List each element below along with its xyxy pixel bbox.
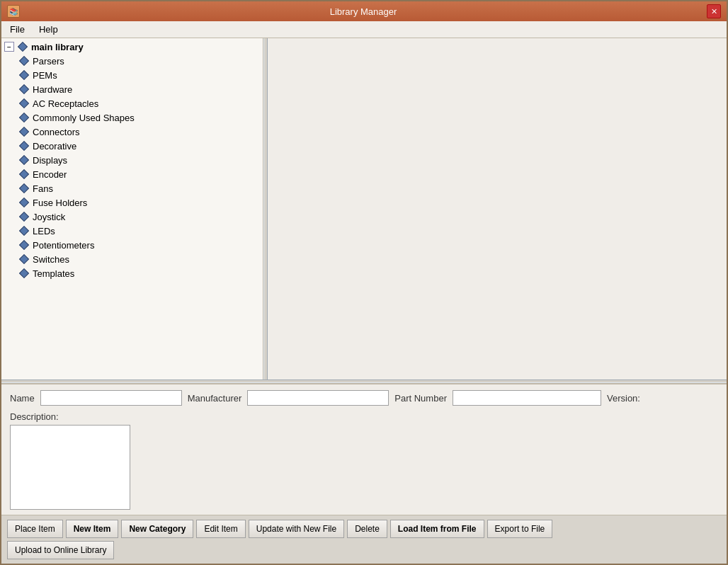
tree-view[interactable]: − main library Parsers PEMs <box>1 38 263 379</box>
child-node-icon <box>18 169 30 180</box>
new-category-button[interactable]: New Category <box>121 520 193 538</box>
bottom-section: Name Manufacturer Part Number Version: D… <box>1 383 727 515</box>
new-item-button[interactable]: New Item <box>66 520 119 538</box>
tree-item-label: Commonly Used Shapes <box>33 113 135 123</box>
child-node-icon <box>18 225 30 236</box>
description-label: Description: <box>10 411 59 422</box>
tree-item-label: Joystick <box>33 212 65 222</box>
child-node-icon <box>18 84 30 95</box>
list-item[interactable]: Parsers <box>1 54 263 68</box>
list-item[interactable]: Hardware <box>1 82 263 96</box>
version-label: Version: <box>607 393 640 404</box>
content-area: − main library Parsers PEMs <box>1 38 727 564</box>
child-node-icon <box>18 239 30 251</box>
tree-item-label: Templates <box>33 268 74 279</box>
tree-item-label: Decorative <box>33 141 76 152</box>
list-item[interactable]: Fuse Holders <box>1 195 263 210</box>
tree-item-label: LEDs <box>33 226 55 236</box>
child-node-icon <box>18 268 30 279</box>
tree-item-label: AC Receptacles <box>33 98 98 109</box>
delete-button[interactable]: Delete <box>347 520 387 538</box>
button-row-2: Upload to Online Library <box>7 541 721 559</box>
tree-item-label: Parsers <box>33 56 64 67</box>
tree-item-label: Displays <box>33 155 67 166</box>
title-bar: 📚 Library Manager ✕ <box>1 1 727 21</box>
list-item[interactable]: Switches <box>1 252 263 266</box>
tree-item-label: Fans <box>33 183 53 194</box>
expand-icon[interactable]: − <box>4 42 14 52</box>
upload-to-online-library-button[interactable]: Upload to Online Library <box>7 541 114 559</box>
description-row: Description: <box>10 410 718 422</box>
child-node-icon <box>18 154 30 166</box>
menu-help[interactable]: Help <box>33 23 64 36</box>
menu-bar: File Help <box>1 21 727 38</box>
partnum-label: Part Number <box>394 393 447 404</box>
list-item[interactable]: Templates <box>1 266 263 280</box>
list-item[interactable]: Commonly Used Shapes <box>1 110 263 125</box>
child-node-icon <box>18 98 30 109</box>
fields-row: Name Manufacturer Part Number Version: <box>10 390 718 406</box>
main-window: 📚 Library Manager ✕ File Help − main lib… <box>0 0 728 565</box>
manufacturer-input[interactable] <box>247 390 389 406</box>
tree-item-label: Switches <box>33 254 69 265</box>
manufacturer-label: Manufacturer <box>188 393 242 404</box>
menu-file[interactable]: File <box>4 23 30 36</box>
list-item[interactable]: PEMs <box>1 68 263 82</box>
list-item[interactable]: AC Receptacles <box>1 96 263 110</box>
list-item[interactable]: Joystick <box>1 210 263 224</box>
tree-item-label: Connectors <box>33 127 79 137</box>
tree-item-label: PEMs <box>33 70 57 81</box>
child-node-icon <box>18 69 30 81</box>
child-node-icon <box>18 211 30 222</box>
buttons-section: Place Item New Item New Category Edit It… <box>1 515 727 564</box>
tree-item-label: Fuse Holders <box>33 198 87 208</box>
button-row-1: Place Item New Item New Category Edit It… <box>7 520 721 538</box>
name-input[interactable] <box>40 390 182 406</box>
update-with-new-file-button[interactable]: Update with New File <box>249 520 344 538</box>
list-item[interactable]: Decorative <box>1 139 263 153</box>
window-title: Library Manager <box>20 6 707 17</box>
list-item[interactable]: Encoder <box>1 167 263 181</box>
list-item[interactable]: LEDs <box>1 224 263 238</box>
child-node-icon <box>18 55 30 67</box>
tree-item-label: Encoder <box>33 169 67 180</box>
load-item-from-file-button[interactable]: Load Item from File <box>390 520 484 538</box>
edit-item-button[interactable]: Edit Item <box>196 520 245 538</box>
partnum-input[interactable] <box>453 390 601 406</box>
child-node-icon <box>18 112 30 123</box>
list-item[interactable]: Fans <box>1 181 263 195</box>
app-icon: 📚 <box>7 5 20 18</box>
root-node-icon <box>17 41 28 52</box>
close-button[interactable]: ✕ <box>707 4 721 18</box>
left-panel: − main library Parsers PEMs <box>1 38 263 379</box>
description-textarea[interactable] <box>10 425 130 510</box>
child-node-icon <box>18 197 30 208</box>
tree-item-label: Potentiometers <box>33 240 94 251</box>
child-node-icon <box>18 253 30 265</box>
list-item[interactable]: Potentiometers <box>1 238 263 252</box>
list-item[interactable]: Connectors <box>1 125 263 139</box>
name-label: Name <box>10 393 35 404</box>
panels-row: − main library Parsers PEMs <box>1 38 727 379</box>
tree-item-label: Hardware <box>33 84 72 95</box>
right-panel <box>268 38 727 379</box>
child-node-icon <box>18 126 30 137</box>
tree-root[interactable]: − main library <box>1 40 263 54</box>
place-item-button[interactable]: Place Item <box>7 520 63 538</box>
list-item[interactable]: Displays <box>1 153 263 167</box>
tree-root-label: main library <box>31 42 84 52</box>
export-to-file-button[interactable]: Export to File <box>487 520 553 538</box>
child-node-icon <box>18 140 30 152</box>
child-node-icon <box>18 183 30 194</box>
